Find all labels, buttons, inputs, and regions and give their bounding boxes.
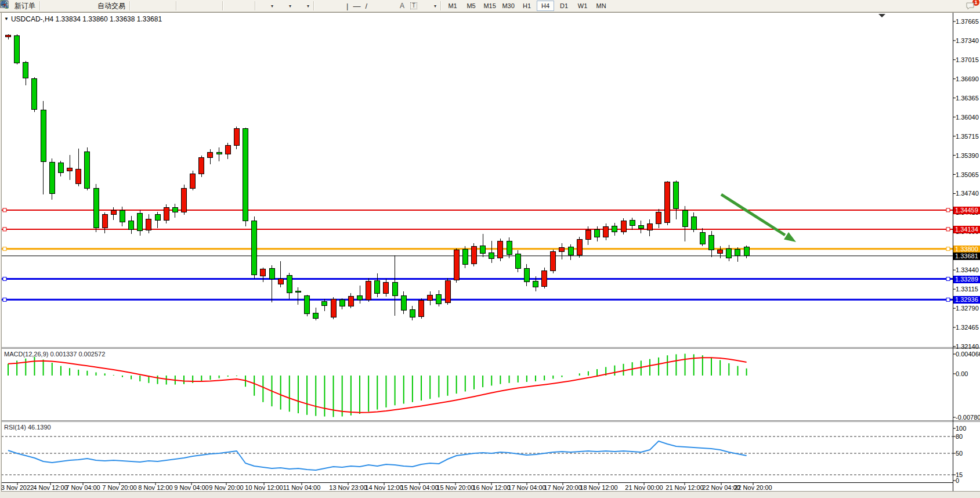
hline-handle[interactable]	[3, 228, 6, 231]
candle-body	[138, 214, 143, 231]
timeframe-mn-button[interactable]: MN	[592, 1, 610, 11]
candle-body	[445, 280, 450, 303]
toolbar: 新订单 自动交易 ▾ ▾ ▾ | — / E F A T ▾	[0, 0, 980, 12]
timeframe-w1-button[interactable]: W1	[574, 1, 591, 11]
timeframe-m15-button[interactable]: M15	[481, 1, 498, 11]
separator	[440, 1, 442, 10]
separator	[39, 1, 41, 10]
vertical-line-tool-button[interactable]: |	[344, 1, 350, 12]
auto-scroll-button[interactable]	[225, 1, 239, 12]
candle-body	[261, 269, 266, 276]
timeframe-m1-button[interactable]: M1	[444, 1, 461, 11]
candle-body	[384, 283, 389, 294]
text-tool-button[interactable]: A	[397, 1, 407, 12]
timeframe-h4-button[interactable]: H4	[537, 1, 554, 11]
candle-body	[392, 283, 397, 296]
hline-handle[interactable]	[3, 208, 6, 212]
cursor-tool-button[interactable]	[316, 1, 330, 12]
candle-body	[630, 220, 635, 225]
timeframe-m30-button[interactable]: M30	[500, 1, 517, 11]
vertical-line-icon: |	[346, 2, 348, 10]
arrows-icon	[423, 1, 432, 10]
candle-body	[252, 221, 257, 275]
candle-body	[515, 254, 520, 268]
candle-body	[216, 153, 222, 154]
timeframe-m5-button[interactable]: M5	[462, 1, 480, 11]
chart-canvas[interactable]	[0, 0, 980, 498]
search-icon[interactable]	[952, 1, 961, 10]
bar-chart-icon	[135, 1, 144, 10]
zoom-in-icon	[181, 1, 190, 10]
channel-tool-button[interactable]: E	[370, 1, 384, 12]
text-label-icon: T	[409, 1, 418, 10]
crosshair-tool-button[interactable]	[330, 1, 344, 12]
candle-body	[700, 232, 705, 244]
zoom-in-button[interactable]	[179, 1, 193, 12]
candle-body	[243, 129, 248, 221]
candle-body	[419, 301, 424, 316]
candle-body	[718, 250, 723, 254]
candle-body	[691, 216, 696, 229]
candle-body	[32, 79, 37, 110]
candle-body	[665, 182, 670, 222]
zoom-out-button[interactable]	[193, 1, 207, 12]
trendline-tool-button[interactable]: /	[363, 1, 370, 12]
timeframe-h1-button[interactable]: H1	[518, 1, 536, 11]
notifications-icon[interactable]: 1	[966, 1, 975, 10]
candle-body	[6, 35, 11, 37]
hline-handle[interactable]	[946, 298, 950, 301]
mt4-window: 新订单 自动交易 ▾ ▾ ▾ | — / E F A T ▾	[0, 0, 980, 498]
candle-body	[744, 247, 749, 256]
hline-handle[interactable]	[946, 208, 950, 212]
candle-body	[726, 249, 732, 258]
line-chart-button[interactable]	[160, 1, 174, 12]
arrows-tool-button[interactable]: ▾	[421, 1, 439, 12]
candle-body	[489, 253, 494, 259]
bar-chart-button[interactable]	[132, 1, 146, 12]
candle-body	[375, 280, 380, 293]
candle-body	[49, 163, 55, 194]
candlestick-chart-button[interactable]	[146, 1, 160, 12]
candle-body	[305, 296, 310, 313]
fibonacci-tool-button[interactable]: F	[384, 1, 397, 12]
candle-body	[471, 247, 476, 264]
metaeditor-button[interactable]	[42, 1, 56, 12]
dropdown-arrow: ▾	[289, 3, 291, 9]
horizontal-line-tool-button[interactable]: —	[350, 1, 363, 12]
hline-handle[interactable]	[946, 228, 950, 231]
candle-body	[172, 207, 178, 212]
separator	[176, 1, 177, 10]
hline-handle[interactable]	[946, 277, 950, 281]
text-icon: A	[400, 2, 404, 10]
candle-body	[23, 63, 28, 78]
text-label-tool-button[interactable]: T	[407, 1, 421, 12]
window-footer	[0, 492, 980, 498]
candle-body	[146, 219, 151, 230]
candle-body	[709, 235, 714, 250]
candle-body	[322, 302, 327, 305]
hline-handle[interactable]	[3, 277, 6, 281]
periods-button[interactable]: ▾	[276, 1, 294, 12]
hline-handle[interactable]	[946, 247, 950, 251]
indicators-button[interactable]: ▾	[258, 1, 276, 12]
chart-shift-button[interactable]	[239, 1, 253, 12]
window-left-margin	[0, 13, 1, 498]
timeframe-group: M1M5M15M30H1H4D1W1MN	[443, 1, 610, 11]
candle-body	[366, 281, 371, 299]
timeframe-d1-button[interactable]: D1	[555, 1, 573, 11]
separator	[129, 1, 131, 10]
templates-button[interactable]: ▾	[294, 1, 312, 12]
candle-body	[155, 215, 160, 221]
candle-body	[462, 250, 468, 264]
candle-body	[102, 215, 107, 228]
hline-handle[interactable]	[3, 298, 6, 301]
candle-body	[568, 247, 573, 255]
community-button[interactable]	[56, 1, 70, 12]
template-icon	[296, 1, 305, 10]
candle-body	[41, 110, 46, 162]
autotrading-button[interactable]: 自动交易	[84, 1, 128, 12]
signals-button[interactable]	[70, 1, 84, 12]
hline-handle[interactable]	[3, 247, 6, 251]
tile-windows-button[interactable]	[207, 1, 220, 12]
zoom-out-icon	[195, 1, 204, 10]
